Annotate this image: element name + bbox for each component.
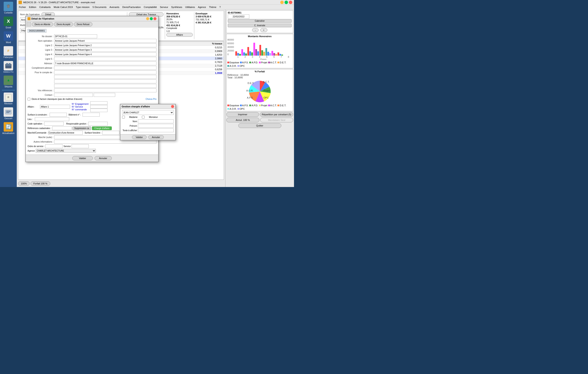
ligne3-input[interactable] (54, 48, 157, 52)
menu-agence[interactable]: Agence (197, 5, 207, 9)
quitter-button[interactable]: Quitter (238, 123, 281, 128)
modal-close[interactable] (153, 17, 157, 20)
nom-op-input[interactable] (54, 39, 157, 43)
ligne2-input[interactable] (54, 43, 157, 47)
imprimer-button[interactable]: Imprimer (226, 112, 259, 117)
contact-input2[interactable] (94, 93, 115, 97)
suppression-button[interactable]: Suppression ca (73, 126, 91, 130)
checkbox-label: Devis et facture classiques (pas de maît… (32, 98, 82, 100)
menu-compta[interactable]: Comptabilité (143, 5, 158, 9)
surface-input[interactable] (50, 113, 67, 117)
sidebar-item-gescant[interactable]: Gescant (1, 106, 16, 121)
commande-input[interactable] (90, 109, 107, 112)
date-input[interactable] (228, 14, 249, 19)
batiment-input[interactable] (83, 113, 100, 117)
annul100-button[interactable]: Annul. 100 % (226, 118, 259, 122)
sidebar-item-sequoia[interactable]: 🌲 Séquoia (1, 75, 16, 89)
menu-edition[interactable]: Edition (28, 5, 38, 9)
surface-fonciere-input[interactable] (102, 131, 119, 135)
vos-refs-input[interactable] (54, 89, 157, 92)
affaire-input[interactable] (40, 105, 70, 109)
bar-group-2 (241, 49, 247, 56)
menu-fichier[interactable]: Fichier (18, 5, 27, 9)
menu-typemission[interactable]: Type mission (74, 5, 91, 9)
empty-input-3[interactable] (54, 84, 157, 88)
menu-syntheses[interactable]: Synthèses (170, 5, 183, 9)
forfait100-button[interactable]: Forfait 100 % (31, 182, 50, 186)
engagement-input[interactable] (90, 101, 107, 105)
menu-devis[interactable]: Devis/Facturation (121, 5, 142, 9)
ligne5-input[interactable] (54, 57, 157, 61)
menu-utilitaires[interactable]: Utilitaires (184, 5, 196, 9)
ligne4-input[interactable] (54, 52, 157, 56)
marche-input[interactable] (48, 131, 83, 135)
resp-gestion-input[interactable] (88, 122, 108, 126)
prenom-input[interactable] (138, 124, 174, 128)
modal-annuler-button[interactable]: Annuler (94, 156, 112, 160)
sidebar-item-actualisation[interactable]: 🔄 Actualisation (1, 121, 16, 135)
contact-input[interactable] (54, 93, 93, 97)
tab-devis-refuse[interactable]: Devis Refusé (74, 22, 92, 26)
menu-avenants[interactable]: Avenants (108, 5, 121, 9)
sub-modal-close[interactable] (171, 105, 174, 108)
enveloppe-value3: 4 391 614,26 € (196, 21, 222, 24)
adresse-input[interactable] (54, 61, 157, 65)
modal-maximize[interactable] (150, 17, 153, 20)
sub-annuler-button[interactable]: Annuler (148, 135, 164, 139)
charges-dropdown[interactable]: JEAN CHARLET (122, 110, 174, 115)
agence-select[interactable]: CHARLET ARCHITECTURE (36, 149, 96, 153)
sidebar-item-faberplan[interactable]: F Faberplan (1, 45, 16, 59)
bar-group-5 (259, 45, 265, 56)
charge-affaire-button[interactable]: Chargé d'affaire (92, 126, 112, 130)
nom-input[interactable] (138, 119, 174, 123)
lieu-input[interactable] (35, 117, 69, 121)
refs-cad-input[interactable] (52, 126, 72, 130)
menu-serveur[interactable]: Serveur (159, 5, 169, 9)
sidebar-item-medicis[interactable]: Médicis Pro (1, 60, 16, 74)
sidebar-item-corbeille[interactable]: Corbeille (1, 1, 16, 15)
dash-button[interactable]: - (252, 28, 259, 32)
minimize-button[interactable] (280, 1, 284, 4)
modal-valider-button[interactable]: Valider (72, 156, 93, 160)
ordre-service-input[interactable] (45, 144, 63, 148)
sidebar-item-excel[interactable]: X Excel (1, 16, 16, 30)
empty-input-1[interactable] (54, 75, 157, 79)
madame-checkbox[interactable] (122, 116, 125, 119)
monsieur-checkbox[interactable] (142, 116, 145, 119)
pct100-button[interactable]: 100% (18, 182, 30, 186)
calendrier-button[interactable]: Calendrier (228, 19, 292, 23)
menu-cotraitants[interactable]: Cotraitants (38, 5, 52, 9)
sidebar-item-word[interactable]: W Word (1, 30, 16, 44)
madame-label: Madame (129, 116, 137, 118)
surface-fonciere-label: Surface foncière : (84, 131, 101, 134)
complement-input[interactable] (54, 66, 157, 70)
cinversee-button[interactable]: C. Inversée (228, 24, 292, 27)
checkbox-row: Devis et facture classiques (pas de maît… (28, 98, 157, 101)
repartition-button[interactable]: Répartition par cotraitant (5) (260, 112, 293, 117)
plus-button[interactable]: + (260, 28, 267, 32)
sidebar-item-revision[interactable]: R Révision (1, 92, 16, 106)
menu-help[interactable]: ? (218, 5, 222, 9)
service-input[interactable] (90, 105, 107, 108)
chorus-pro-link[interactable]: Chorus Pro (146, 98, 157, 100)
menu-modecalcul[interactable]: Mode Calcul 2019 (52, 5, 74, 9)
mandataire-button[interactable]: Mandataire Seul (260, 118, 293, 122)
menu-theme[interactable]: Thème (208, 5, 218, 9)
menu-5documents[interactable]: 5 Documents (91, 5, 108, 9)
tab-devis-attente[interactable]: Devis en Attente (32, 22, 53, 26)
sub-valider-button[interactable]: Valider (132, 135, 146, 139)
empty-input-2[interactable] (54, 80, 157, 83)
tab-devis-accepte[interactable]: Devis Accepté (54, 22, 73, 26)
modal-minimize[interactable] (146, 17, 149, 20)
no-dossier-input[interactable] (54, 34, 97, 38)
texte-input[interactable] (138, 128, 174, 132)
autres-info-label: Autres informations : (28, 141, 53, 143)
ligne5-label: Ligne 5 : (28, 58, 53, 60)
code-op-input[interactable] (44, 122, 64, 126)
affaire-button[interactable]: Affaire (166, 33, 193, 37)
classiques-checkbox[interactable] (28, 98, 30, 101)
close-button[interactable] (289, 1, 292, 4)
compte-input[interactable] (54, 71, 157, 74)
maximize-button[interactable] (284, 1, 288, 4)
service2-input[interactable] (72, 144, 89, 148)
